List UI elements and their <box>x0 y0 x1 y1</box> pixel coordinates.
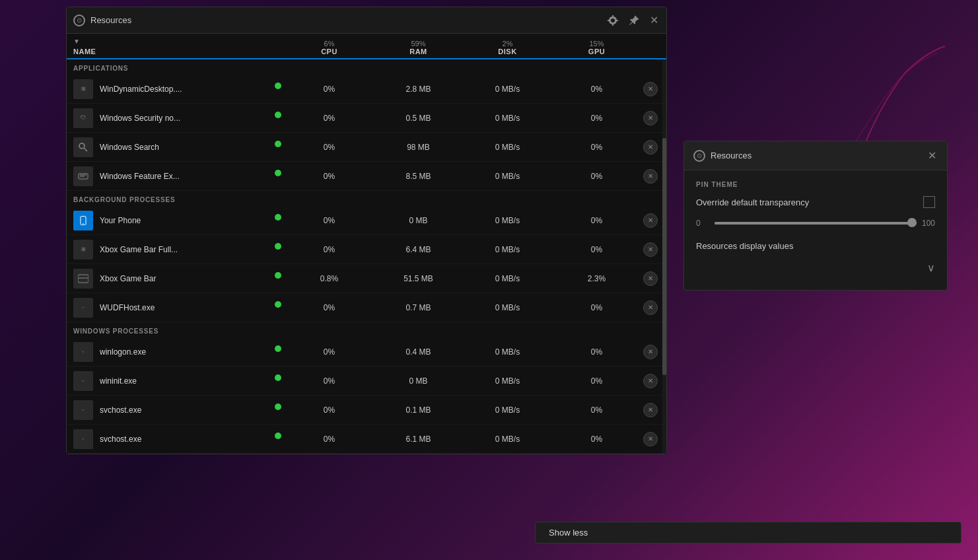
show-less-tooltip[interactable]: Show less <box>535 522 961 543</box>
kill-button[interactable]: ✕ <box>643 169 658 184</box>
col-cpu[interactable]: 6% CPU <box>285 40 374 55</box>
proc-disk-windynamic: 0 MB/s <box>463 85 552 94</box>
sort-arrow: ▼ <box>73 38 285 45</box>
settings-window-title: Resources <box>711 151 751 160</box>
proc-action-wudfhost[interactable]: ✕ <box>641 300 660 315</box>
show-less-label: Show less <box>549 528 588 538</box>
proc-cpu-svchost2: 0% <box>285 435 374 444</box>
slider-fill <box>715 222 917 225</box>
app-icon-winsecurity: 🛡 <box>73 108 93 128</box>
proc-disk-svchost1: 0 MB/s <box>463 405 552 415</box>
proc-action-xboxgamebar[interactable]: ✕ <box>641 271 660 286</box>
column-headers: ▼ NAME 6% CPU 59% RAM 2% DISK 15% GPU <box>67 34 666 59</box>
app-icon-winsearch <box>73 137 93 157</box>
proc-ram-yourphone: 0 MB <box>374 216 463 225</box>
override-label: Override default transparency <box>696 197 809 207</box>
proc-disk-yourphone: 0 MB/s <box>463 216 552 225</box>
proc-status-wininit <box>271 374 285 388</box>
col-gpu-label: GPU <box>588 48 605 55</box>
col-name[interactable]: ▼ NAME <box>73 38 285 55</box>
col-disk[interactable]: 2% DISK <box>463 40 552 55</box>
app-icon-wudfhost: ▪ <box>73 298 93 318</box>
close-icon: ✕ <box>928 149 936 162</box>
proc-action-yourphone[interactable]: ✕ <box>641 213 660 228</box>
pin-button[interactable] <box>627 14 641 27</box>
proc-action-winsearch[interactable]: ✕ <box>641 140 660 155</box>
col-disk-pct: 2% <box>503 40 513 48</box>
proc-gpu-winlogon: 0% <box>552 347 641 357</box>
proc-action-windynamic[interactable]: ✕ <box>641 82 660 96</box>
proc-ram-winsearch: 98 MB <box>374 143 463 152</box>
proc-action-svchost2[interactable]: ✕ <box>641 432 660 446</box>
settings-button[interactable] <box>606 14 619 27</box>
app-icon-xboxgamebar <box>73 269 93 289</box>
proc-gpu-yourphone: 0% <box>552 216 641 225</box>
kill-button[interactable]: ✕ <box>643 374 658 388</box>
proc-action-xboxgamebar-full[interactable]: ✕ <box>641 242 660 257</box>
scrollbar-track[interactable] <box>662 59 666 454</box>
kill-button[interactable]: ✕ <box>643 432 658 446</box>
kill-button[interactable]: ✕ <box>643 140 658 155</box>
kill-button[interactable]: ✕ <box>643 271 658 286</box>
scrollbar-thumb[interactable] <box>662 138 666 374</box>
svg-rect-7 <box>78 275 88 283</box>
proc-ram-winfeature: 8.5 MB <box>374 172 463 181</box>
section-windows: WINDOWS PROCESSES <box>67 322 666 337</box>
proc-action-wininit[interactable]: ✕ <box>641 374 660 388</box>
main-titlebar: ⊙ Resources ✕ <box>67 7 666 34</box>
kill-button[interactable]: ✕ <box>643 242 658 257</box>
proc-disk-winfeature: 0 MB/s <box>463 172 552 181</box>
proc-ram-xboxgamebar: 51.5 MB <box>374 274 463 283</box>
app-icon-xboxgamebar-full: ⊞ <box>73 240 93 260</box>
kill-button[interactable]: ✕ <box>643 213 658 228</box>
app-icon-winlogon: ▪ <box>73 342 93 362</box>
col-ram-pct: 59% <box>411 40 425 48</box>
kill-button[interactable]: ✕ <box>643 345 658 359</box>
proc-ram-svchost1: 0.1 MB <box>374 405 463 415</box>
proc-name-wininit: wininit.exe <box>100 376 265 386</box>
table-row: ⊞ Xbox Game Bar Full... 0% 6.4 MB 0 MB/s… <box>67 235 666 264</box>
settings-close-button[interactable]: ✕ <box>926 148 938 163</box>
proc-action-winsecurity[interactable]: ✕ <box>641 111 660 125</box>
override-transparency-row: Override default transparency <box>696 196 935 208</box>
app-icon-svchost1: ▪ <box>73 400 93 420</box>
slider-track[interactable] <box>715 222 917 225</box>
close-button[interactable]: ✕ <box>648 13 660 28</box>
table-row: ▪ wininit.exe 0% 0 MB 0 MB/s 0% ✕ <box>67 367 666 396</box>
settings-titlebar: ⊙ Resources ✕ <box>684 141 947 170</box>
proc-name-winsearch: Windows Search <box>100 143 265 152</box>
slider-thumb[interactable] <box>907 218 917 227</box>
app-icon: ⊙ <box>73 15 85 26</box>
transparency-slider: 0 100 <box>696 219 935 228</box>
proc-gpu-svchost1: 0% <box>552 405 641 415</box>
proc-gpu-windynamic: 0% <box>552 85 641 94</box>
proc-status-wudfhost <box>271 301 285 314</box>
proc-ram-winlogon: 0.4 MB <box>374 347 463 357</box>
col-gpu[interactable]: 15% GPU <box>552 40 641 55</box>
proc-cpu-yourphone: 0% <box>285 216 374 225</box>
section-background: BACKGROUND PROCESSES <box>67 191 666 206</box>
proc-ram-windynamic: 2.8 MB <box>374 85 463 94</box>
kill-button[interactable]: ✕ <box>643 300 658 315</box>
proc-ram-wudfhost: 0.7 MB <box>374 303 463 312</box>
col-ram[interactable]: 59% RAM <box>374 40 463 55</box>
proc-gpu-svchost2: 0% <box>552 435 641 444</box>
proc-action-winlogon[interactable]: ✕ <box>641 345 660 359</box>
proc-status-winfeature <box>271 170 285 183</box>
table-row: ▪ WUDFHost.exe 0% 0.7 MB 0 MB/s 0% ✕ <box>67 293 666 322</box>
kill-button[interactable]: ✕ <box>643 111 658 125</box>
proc-disk-xboxgamebar-full: 0 MB/s <box>463 245 552 254</box>
proc-status-winlogon <box>271 345 285 359</box>
kill-button[interactable]: ✕ <box>643 82 658 96</box>
proc-name-xboxgamebar-full: Xbox Game Bar Full... <box>100 245 265 254</box>
slider-max: 100 <box>922 219 935 228</box>
proc-action-svchost1[interactable]: ✕ <box>641 403 660 417</box>
override-checkbox[interactable] <box>923 196 935 208</box>
table-row: 🛡 Windows Security no... 0% 0.5 MB 0 MB/… <box>67 104 666 133</box>
table-row: Windows Search 0% 98 MB 0 MB/s 0% ✕ <box>67 133 666 162</box>
proc-cpu-winsearch: 0% <box>285 143 374 152</box>
proc-status-xboxgamebar <box>271 272 285 285</box>
kill-button[interactable]: ✕ <box>643 403 658 417</box>
proc-action-winfeature[interactable]: ✕ <box>641 169 660 184</box>
expand-chevron[interactable]: ∨ <box>696 256 935 279</box>
